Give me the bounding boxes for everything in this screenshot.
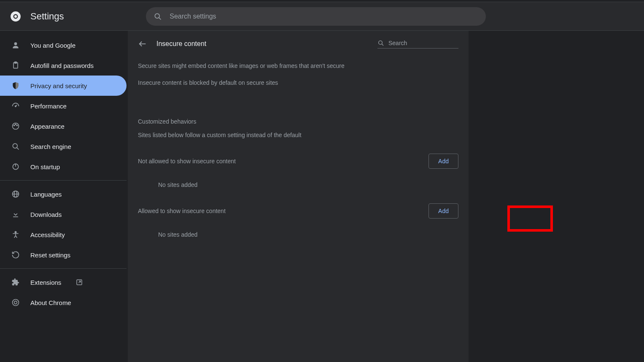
external-link-icon [75, 278, 83, 286]
customized-behaviors-header: Customized behaviors [128, 99, 469, 125]
sidebar-item-appearance[interactable]: Appearance [0, 116, 127, 136]
svg-line-26 [16, 236, 17, 238]
accessibility-icon [11, 230, 20, 239]
svg-rect-21 [13, 216, 18, 217]
svg-point-9 [15, 106, 16, 107]
sidebar-item-extensions[interactable]: Extensions [0, 272, 127, 292]
power-icon [11, 162, 20, 171]
svg-point-29 [14, 301, 17, 304]
puzzle-icon [11, 278, 20, 287]
add-allowed-button[interactable]: Add [428, 203, 458, 219]
svg-point-5 [14, 42, 17, 45]
sidebar-divider [0, 268, 127, 269]
global-search-input[interactable] [170, 13, 478, 20]
svg-point-13 [16, 125, 17, 126]
svg-point-22 [15, 232, 16, 233]
search-icon [11, 142, 20, 151]
sidebar-item-label: Accessibility [30, 231, 65, 238]
sidebar-divider [0, 180, 127, 181]
svg-point-14 [13, 143, 17, 148]
global-search-box[interactable] [146, 7, 486, 26]
app-header: Settings [0, 2, 644, 31]
sidebar-item-you-and-google[interactable]: You and Google [0, 35, 127, 55]
svg-point-31 [379, 41, 383, 44]
download-icon [11, 210, 20, 219]
sidebar-item-label: Autofill and passwords [30, 62, 94, 69]
svg-line-15 [17, 148, 19, 150]
description-line-2: Insecure content is blocked by default o… [138, 78, 458, 87]
shield-icon [11, 81, 20, 90]
sidebar-item-autofill[interactable]: Autofill and passwords [0, 55, 127, 76]
sidebar-item-label: On startup [30, 163, 60, 170]
svg-rect-7 [15, 62, 17, 63]
section-search-input[interactable] [388, 40, 458, 46]
sidebar-item-label: Appearance [30, 123, 65, 130]
app-title: Settings [30, 11, 64, 22]
sidebar-item-label: You and Google [30, 42, 75, 49]
speedometer-icon [11, 101, 20, 111]
svg-line-32 [382, 44, 383, 46]
sidebar-item-label: Search engine [30, 143, 71, 150]
chrome-outline-icon [11, 298, 20, 307]
sidebar-item-label: Extensions [30, 279, 61, 286]
sidebar: You and Google Autofill and passwords Pr… [0, 31, 127, 362]
svg-point-28 [13, 300, 19, 306]
sidebar-item-privacy-security[interactable]: Privacy and security [0, 76, 127, 96]
sidebar-item-about-chrome[interactable]: About Chrome [0, 292, 127, 313]
sidebar-item-label: Performance [30, 103, 67, 110]
allowed-empty-text: No sites added [128, 219, 469, 238]
sidebar-item-languages[interactable]: Languages [0, 184, 127, 204]
sidebar-item-accessibility[interactable]: Accessibility [0, 224, 127, 245]
content-panel: Insecure content Secure sites might embe… [128, 31, 469, 362]
not-allowed-label: Not allowed to show insecure content [138, 158, 236, 165]
description-line-1: Secure sites might embed content like im… [138, 61, 458, 70]
back-arrow-icon[interactable] [138, 39, 147, 49]
section-search-box[interactable] [377, 40, 458, 49]
svg-point-11 [14, 125, 15, 126]
sidebar-item-label: Privacy and security [30, 82, 87, 89]
sidebar-item-downloads[interactable]: Downloads [0, 204, 127, 224]
page-title: Insecure content [156, 40, 368, 48]
clipboard-icon [11, 61, 20, 70]
globe-icon [11, 189, 20, 199]
search-icon [154, 12, 162, 21]
sidebar-item-performance[interactable]: Performance [0, 96, 127, 116]
chrome-logo-icon [10, 11, 21, 22]
allowed-label: Allowed to show insecure content [138, 208, 226, 214]
svg-point-12 [15, 124, 16, 125]
sidebar-item-label: Reset settings [30, 251, 70, 259]
svg-line-4 [159, 17, 161, 19]
palette-icon [11, 122, 20, 131]
add-not-allowed-button[interactable]: Add [428, 154, 458, 169]
svg-point-3 [155, 14, 160, 18]
restore-icon [11, 250, 20, 259]
sidebar-item-reset[interactable]: Reset settings [0, 245, 127, 265]
sidebar-item-search-engine[interactable]: Search engine [0, 136, 127, 157]
not-allowed-empty-text: No sites added [128, 169, 469, 188]
svg-point-2 [14, 15, 17, 18]
search-icon [377, 40, 384, 46]
person-icon [11, 41, 20, 50]
customized-behaviors-subtext: Sites listed below follow a custom setti… [128, 125, 469, 138]
sidebar-item-label: Languages [30, 191, 62, 198]
sidebar-item-on-startup[interactable]: On startup [0, 157, 127, 177]
sidebar-item-label: Downloads [30, 211, 62, 218]
sidebar-item-label: About Chrome [30, 299, 71, 306]
